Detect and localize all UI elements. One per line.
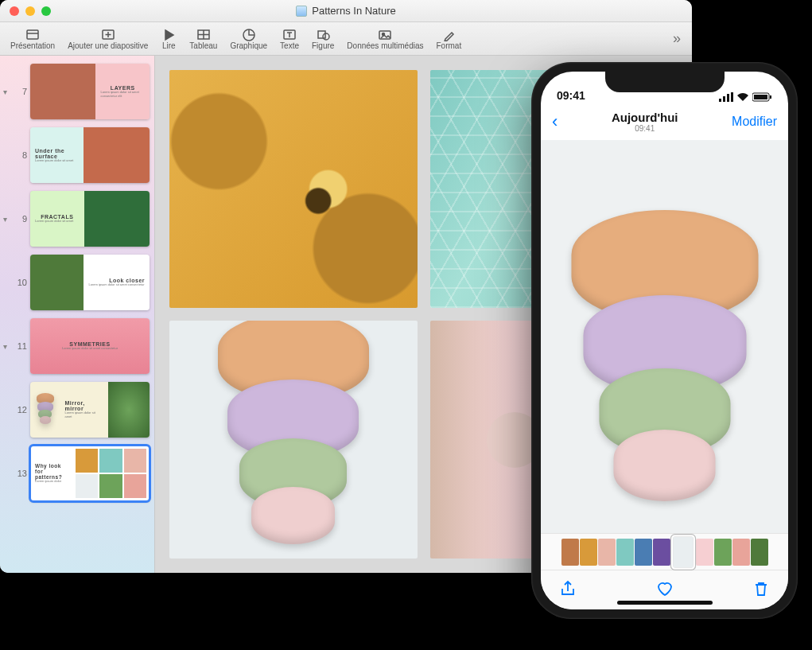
chart-icon [241,27,257,41]
slide-row[interactable]: 13 Why look for patterns? Lorem ipsum do… [3,446,150,501]
photos-header: ‹ Aujourd'hui 09:41 Modifier [541,103,788,140]
slide-thumbnail[interactable]: Mirror, mirror Lorem ipsum dolor sit ame… [30,382,150,438]
toolbar-overflow-button[interactable]: » [666,30,687,47]
toolbar-play-button[interactable]: Lire [155,25,182,52]
iphone-device: 09:41 ‹ Aujourd'hui 09:41 Modifier [531,62,798,619]
toolbar-label: Format [437,41,462,50]
toolbar-add-slide-button[interactable]: Ajouter une diapositive [62,25,153,52]
toolbar-shape-button[interactable]: Figure [306,25,340,52]
svg-rect-0 [27,30,38,39]
disclosure-triangle-icon[interactable]: ▾ [3,342,11,351]
share-icon [558,579,577,598]
slide-row[interactable]: 8 Under the surface Lorem ipsum dolor si… [3,127,150,183]
battery-icon [752,92,772,102]
toolbar-media-button[interactable]: Données multimédias [341,25,429,52]
svg-rect-12 [731,92,733,102]
document-icon [296,6,307,17]
slide-thumb-body: Lorem ipsum dolor sit amet consectetur [89,283,146,287]
slide-number: 10 [14,278,27,287]
slide-thumb-title: Mirror, mirror [65,400,103,411]
filmstrip-thumb[interactable] [598,539,616,566]
disclosure-triangle-icon[interactable]: ▾ [3,215,11,224]
window-zoom-button[interactable] [41,6,51,16]
slide-row[interactable]: ▾ 11 SYMMETRIES Lorem ipsum dolor sit am… [3,318,150,374]
slide-row[interactable]: ▾ 9 FRACTALS Lorem ipsum dolor sit amet [3,191,150,247]
titlebar: Patterns In Nature [0,0,692,22]
toolbar-view-button[interactable]: Présentation [5,25,60,52]
slide-thumb-title: Why look for patterns? [35,463,68,480]
toolbar-label: Présentation [10,41,55,50]
slide-row[interactable]: 10 Look closer Lorem ipsum dolor sit ame… [3,255,150,310]
photos-header-subtitle: 09:41 [558,124,732,133]
home-indicator[interactable] [617,601,713,605]
edit-button[interactable]: Modifier [732,115,777,129]
svg-point-6 [323,33,329,40]
filmstrip-thumb[interactable] [653,539,670,566]
cellular-icon [719,92,733,102]
text-icon [282,27,297,41]
disclosure-triangle-icon[interactable]: ▾ [3,88,11,96]
window-minimize-button[interactable] [25,6,35,16]
shape-icon [315,27,331,41]
trash-icon [752,579,771,598]
filmstrip-thumb[interactable] [561,539,579,566]
toolbar-format-button[interactable]: Format [431,25,468,52]
slide-thumb-body: Lorem ipsum dolor sit amet [35,159,80,163]
slide-thumb-body: Lorem ipsum dolor sit amet consectetur [62,347,118,351]
filmstrip-thumb-current[interactable] [673,536,693,567]
slide-row[interactable]: 12 Mirror, mirror Lorem ipsum dolor sit … [3,382,150,438]
wifi-icon [736,92,749,102]
slide-thumbnail[interactable]: SYMMETRIES Lorem ipsum dolor sit amet co… [30,318,150,374]
svg-rect-11 [727,94,729,102]
slide-number: 7 [14,87,27,96]
document-title: Patterns In Nature [0,5,692,17]
share-button[interactable] [558,579,577,601]
slide-thumbnail[interactable]: Under the surface Lorem ipsum dolor sit … [30,127,150,183]
view-icon [25,27,41,41]
slide-number: 8 [14,150,27,160]
photos-header-title: Aujourd'hui [558,111,732,124]
format-icon [441,27,457,41]
toolbar-label: Données multimédias [347,41,423,50]
iphone-notch [605,72,725,92]
photo-viewer[interactable] [541,140,788,533]
media-icon [377,27,393,41]
photo-filmstrip[interactable] [541,533,788,570]
traffic-lights [10,6,51,16]
table-icon [196,27,212,41]
window-close-button[interactable] [10,6,19,16]
toolbar-text-button[interactable]: Texte [274,25,305,52]
filmstrip-thumb[interactable] [732,539,750,566]
slide-number: 11 [14,341,27,351]
slide-thumb-body: Lorem ipsum dolor sit amet consectetur e… [101,91,146,99]
svg-rect-15 [770,95,771,99]
toolbar-label: Figure [312,41,334,50]
add-slide-icon [100,27,116,41]
filmstrip-thumb[interactable] [714,539,732,566]
toolbar-chart-button[interactable]: Graphique [224,25,273,52]
slide-navigator[interactable]: ▾ 7 LAYERS Lorem ipsum dolor sit amet co… [0,56,155,573]
filmstrip-thumb[interactable] [635,539,652,566]
canvas-image-honeycomb[interactable] [169,70,418,308]
delete-button[interactable] [752,579,771,601]
toolbar-label: Tableau [189,41,217,50]
favorite-button[interactable] [655,579,674,601]
slide-number: 9 [14,214,27,224]
filmstrip-thumb[interactable] [696,539,713,566]
play-icon [161,27,177,41]
toolbar-label: Texte [280,41,299,50]
canvas-image-urchin-stack[interactable] [169,321,418,559]
back-button[interactable]: ‹ [552,111,558,132]
slide-thumbnail[interactable]: LAYERS Lorem ipsum dolor sit amet consec… [30,64,150,119]
slide-thumbnail[interactable]: FRACTALS Lorem ipsum dolor sit amet [30,191,150,247]
filmstrip-thumb[interactable] [580,539,597,566]
svg-rect-10 [723,96,725,102]
slide-thumbnail[interactable]: Look closer Lorem ipsum dolor sit amet c… [30,255,150,310]
filmstrip-thumb[interactable] [751,539,768,566]
slide-thumbnail-selected[interactable]: Why look for patterns? Lorem ipsum dolor [30,446,150,501]
filmstrip-thumb[interactable] [616,539,634,566]
slide-row[interactable]: ▾ 7 LAYERS Lorem ipsum dolor sit amet co… [3,64,150,119]
toolbar-table-button[interactable]: Tableau [184,25,223,52]
slide-thumb-body: Lorem ipsum dolor sit amet [65,411,103,419]
slide-thumb-title: Under the surface [35,148,80,159]
